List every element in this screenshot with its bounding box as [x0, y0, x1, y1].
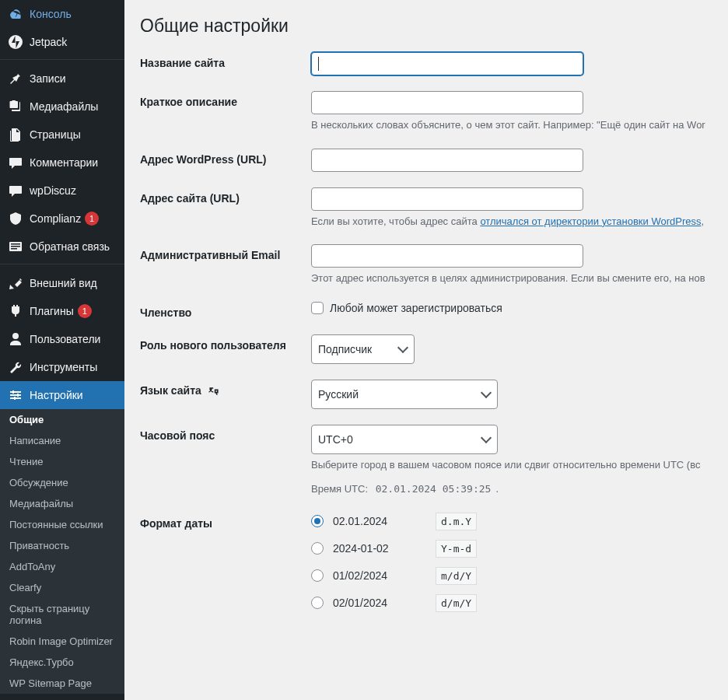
complianz-icon — [8, 211, 23, 226]
site-url-input[interactable] — [311, 187, 583, 211]
dashboard-icon — [8, 6, 23, 22]
sidebar-item-pages[interactable]: Страницы — [0, 121, 124, 149]
submenu-item-robin[interactable]: Robin Image Optimizer — [0, 631, 124, 652]
users-icon — [8, 331, 23, 347]
date-format-code: m/d/Y — [436, 567, 477, 585]
main-content: Общие настройки Название сайта Краткое о… — [124, 0, 728, 700]
date-format-radio-2[interactable] — [311, 542, 324, 555]
svg-point-0 — [9, 35, 23, 49]
comments-icon — [8, 155, 23, 170]
menu-label: Пользователи — [30, 332, 100, 346]
submenu-item-writing[interactable]: Написание — [0, 430, 124, 451]
notification-badge: 1 — [85, 212, 99, 226]
plugins-icon — [8, 303, 23, 319]
menu-label: Настройки — [30, 388, 83, 402]
sidebar-item-feedback[interactable]: Обратная связь — [0, 233, 124, 261]
date-format-radio-4[interactable] — [311, 597, 324, 609]
svg-rect-9 — [17, 394, 19, 397]
utc-time-value: 02.01.2024 05:39:25 — [371, 481, 496, 496]
wp-url-label: Адрес WordPress (URL) — [140, 149, 311, 166]
sidebar-item-jetpack[interactable]: Jetpack — [0, 28, 124, 56]
date-format-radio-3[interactable] — [311, 569, 324, 582]
tools-icon — [8, 359, 23, 375]
menu-separator — [0, 261, 124, 264]
svg-rect-5 — [10, 391, 21, 393]
menu-label: Медиафайлы — [30, 100, 98, 114]
site-url-label: Адрес сайта (URL) — [140, 187, 311, 205]
membership-checkbox[interactable] — [311, 302, 324, 314]
submenu-item-wp-sitemap[interactable]: WP Sitemap Page — [0, 673, 124, 694]
membership-checkbox-label: Любой может зарегистрироваться — [330, 302, 502, 314]
submenu-item-discussion[interactable]: Обсуждение — [0, 472, 124, 493]
submenu-item-privacy[interactable]: Приватность — [0, 535, 124, 556]
date-format-code: d.m.Y — [436, 513, 477, 530]
pin-icon — [8, 71, 23, 86]
site-title-label: Название сайта — [140, 52, 311, 69]
admin-email-label: Административный Email — [140, 244, 311, 261]
svg-rect-2 — [11, 243, 20, 245]
submenu-item-reading[interactable]: Чтение — [0, 451, 124, 472]
submenu-item-yandex-turbo[interactable]: Яндекс.Турбо — [0, 652, 124, 673]
menu-label: Complianz — [30, 212, 81, 226]
menu-label: Страницы — [30, 128, 81, 142]
sidebar-item-settings[interactable]: Настройки — [0, 381, 124, 409]
menu-label: Плагины — [30, 304, 74, 318]
sidebar-item-complianz[interactable]: Complianz 1 — [0, 205, 124, 233]
feedback-icon — [8, 239, 23, 254]
jetpack-icon — [8, 34, 23, 50]
submenu-item-general[interactable]: Общие — [0, 409, 124, 430]
sidebar-item-posts[interactable]: Записи — [0, 65, 124, 93]
language-select[interactable]: Русский — [311, 380, 498, 409]
sidebar-item-dashboard[interactable]: Консоль — [0, 0, 124, 28]
membership-label: Членство — [140, 302, 311, 319]
pages-icon — [8, 127, 23, 142]
default-role-select[interactable]: Подписчик — [311, 334, 415, 364]
utc-time-display: Время UTC: 02.01.2024 05:39:25. — [311, 481, 712, 497]
menu-label: Записи — [30, 72, 65, 86]
svg-rect-8 — [12, 390, 14, 394]
submenu-item-permalinks[interactable]: Постоянные ссылки — [0, 514, 124, 535]
sidebar-item-wpdiscuz[interactable]: wpDiscuz — [0, 177, 124, 205]
sidebar-item-plugins[interactable]: Плагины 1 — [0, 297, 124, 325]
sidebar-item-appearance[interactable]: Внешний вид — [0, 269, 124, 297]
date-format-code: Y-m-d — [436, 540, 477, 558]
admin-sidebar: Консоль Jetpack Записи Медиафайлы Страни… — [0, 0, 124, 700]
date-format-display: 01/02/2024 — [333, 569, 426, 582]
wpdiscuz-icon — [8, 183, 23, 198]
tagline-input[interactable] — [311, 91, 583, 114]
site-title-input[interactable] — [311, 52, 583, 75]
site-url-help-link[interactable]: отличался от директории установки WordPr… — [480, 215, 701, 227]
submenu-item-clearfy[interactable]: Clearfy — [0, 577, 124, 598]
submenu-item-addtoany[interactable]: AddToAny — [0, 556, 124, 577]
date-format-display: 2024-01-02 — [333, 542, 426, 555]
media-icon — [8, 99, 23, 114]
translate-icon — [208, 385, 220, 397]
menu-separator — [0, 56, 124, 60]
settings-icon — [8, 387, 23, 403]
page-title: Общие настройки — [140, 16, 712, 37]
date-format-radio-1[interactable] — [311, 515, 324, 527]
date-format-display: 02/01/2024 — [333, 597, 426, 609]
default-role-label: Роль нового пользователя — [140, 334, 311, 352]
appearance-icon — [8, 275, 23, 291]
timezone-label: Часовой пояс — [140, 425, 311, 442]
date-format-label: Формат даты — [140, 513, 311, 530]
submenu-item-hide-login[interactable]: Скрыть страницу логина — [0, 598, 124, 631]
sidebar-item-users[interactable]: Пользователи — [0, 325, 124, 353]
submenu-item-media[interactable]: Медиафайлы — [0, 493, 124, 514]
menu-label: Jetpack — [30, 35, 67, 49]
timezone-description: Выберите город в вашем часовом поясе или… — [311, 457, 712, 473]
wp-url-input[interactable] — [311, 149, 583, 172]
language-label: Язык сайта — [140, 380, 311, 397]
admin-email-input[interactable] — [311, 244, 583, 268]
timezone-select[interactable]: UTC+0 — [311, 425, 498, 454]
menu-label: Комментарии — [30, 156, 98, 170]
sidebar-item-media[interactable]: Медиафайлы — [0, 93, 124, 121]
sidebar-item-comments[interactable]: Комментарии — [0, 149, 124, 177]
menu-label: Обратная связь — [30, 240, 110, 254]
svg-rect-3 — [11, 246, 20, 247]
sidebar-item-tools[interactable]: Инструменты — [0, 353, 124, 381]
svg-rect-6 — [10, 394, 21, 396]
admin-email-description: Этот адрес используется в целях админист… — [311, 271, 712, 286]
settings-submenu: Общие Написание Чтение Обсуждение Медиаф… — [0, 409, 124, 694]
